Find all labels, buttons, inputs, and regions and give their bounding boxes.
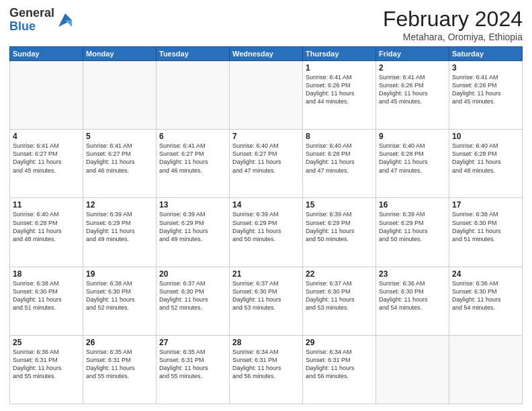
month-title: February 2024 [383, 7, 523, 32]
day-number: 25 [13, 338, 80, 347]
day-number: 5 [86, 132, 153, 141]
day-info: Sunrise: 6:41 AMSunset: 6:27 PMDaylight:… [86, 142, 153, 175]
day-number: 12 [86, 200, 153, 210]
logo-blue: Blue [9, 20, 54, 34]
table-row: 2Sunrise: 6:41 AMSunset: 6:26 PMDaylight… [376, 61, 449, 130]
table-row: 23Sunrise: 6:36 AMSunset: 6:30 PMDayligh… [376, 267, 449, 335]
col-thursday: Thursday [303, 47, 376, 61]
table-row [10, 61, 83, 130]
header: General Blue February 2024 Metahara, Oro… [9, 7, 523, 42]
day-info: Sunrise: 6:40 AMSunset: 6:28 PMDaylight:… [13, 210, 80, 243]
table-row: 26Sunrise: 6:35 AMSunset: 6:31 PMDayligh… [83, 335, 157, 404]
day-number: 23 [379, 269, 446, 279]
day-number: 17 [452, 200, 519, 210]
day-number: 16 [379, 200, 446, 210]
table-row: 18Sunrise: 6:38 AMSunset: 6:30 PMDayligh… [10, 267, 83, 335]
title-section: February 2024 Metahara, Oromiya, Ethiopi… [383, 7, 523, 42]
day-info: Sunrise: 6:36 AMSunset: 6:30 PMDaylight:… [379, 279, 446, 312]
day-number: 28 [232, 338, 300, 347]
day-info: Sunrise: 6:34 AMSunset: 6:31 PMDaylight:… [306, 348, 373, 381]
day-info: Sunrise: 6:34 AMSunset: 6:31 PMDaylight:… [232, 348, 300, 381]
table-row: 10Sunrise: 6:40 AMSunset: 6:28 PMDayligh… [449, 130, 523, 198]
table-row: 6Sunrise: 6:41 AMSunset: 6:27 PMDaylight… [157, 130, 230, 198]
day-info: Sunrise: 6:41 AMSunset: 6:26 PMDaylight:… [306, 73, 373, 106]
day-info: Sunrise: 6:35 AMSunset: 6:31 PMDaylight:… [86, 348, 153, 381]
table-row: 5Sunrise: 6:41 AMSunset: 6:27 PMDaylight… [83, 130, 157, 198]
day-info: Sunrise: 6:39 AMSunset: 6:29 PMDaylight:… [379, 210, 446, 243]
day-info: Sunrise: 6:39 AMSunset: 6:29 PMDaylight:… [306, 210, 373, 243]
day-info: Sunrise: 6:41 AMSunset: 6:27 PMDaylight:… [13, 142, 80, 175]
table-row: 28Sunrise: 6:34 AMSunset: 6:31 PMDayligh… [230, 335, 303, 404]
day-number: 9 [379, 132, 446, 141]
day-info: Sunrise: 6:39 AMSunset: 6:29 PMDaylight:… [159, 210, 226, 243]
table-row: 20Sunrise: 6:37 AMSunset: 6:30 PMDayligh… [157, 267, 230, 335]
svg-marker-1 [65, 20, 72, 27]
day-info: Sunrise: 6:41 AMSunset: 6:26 PMDaylight:… [452, 73, 519, 106]
table-row: 15Sunrise: 6:39 AMSunset: 6:29 PMDayligh… [303, 198, 376, 267]
col-monday: Monday [83, 47, 157, 61]
table-row [376, 335, 449, 404]
table-row: 16Sunrise: 6:39 AMSunset: 6:29 PMDayligh… [376, 198, 449, 267]
logo-general: General [9, 7, 54, 20]
table-row: 11Sunrise: 6:40 AMSunset: 6:28 PMDayligh… [10, 198, 83, 267]
day-number: 14 [232, 200, 300, 210]
table-row: 12Sunrise: 6:39 AMSunset: 6:29 PMDayligh… [83, 198, 157, 267]
day-number: 29 [306, 338, 373, 347]
table-row: 8Sunrise: 6:40 AMSunset: 6:28 PMDaylight… [303, 130, 376, 198]
day-info: Sunrise: 6:40 AMSunset: 6:28 PMDaylight:… [306, 142, 373, 175]
day-number: 20 [159, 269, 226, 279]
table-row: 21Sunrise: 6:37 AMSunset: 6:30 PMDayligh… [230, 267, 303, 335]
day-info: Sunrise: 6:40 AMSunset: 6:28 PMDaylight:… [379, 142, 446, 175]
logo-icon [56, 11, 75, 30]
table-row: 3Sunrise: 6:41 AMSunset: 6:26 PMDaylight… [449, 61, 523, 130]
table-row: 4Sunrise: 6:41 AMSunset: 6:27 PMDaylight… [10, 130, 83, 198]
day-info: Sunrise: 6:37 AMSunset: 6:30 PMDaylight:… [159, 279, 226, 312]
table-row: 24Sunrise: 6:36 AMSunset: 6:30 PMDayligh… [449, 267, 523, 335]
table-row: 14Sunrise: 6:39 AMSunset: 6:29 PMDayligh… [230, 198, 303, 267]
page: General Blue February 2024 Metahara, Oro… [0, 0, 532, 411]
table-row: 13Sunrise: 6:39 AMSunset: 6:29 PMDayligh… [157, 198, 230, 267]
col-wednesday: Wednesday [230, 47, 303, 61]
table-row [449, 335, 523, 404]
table-row: 1Sunrise: 6:41 AMSunset: 6:26 PMDaylight… [303, 61, 376, 130]
day-number: 1 [306, 63, 373, 73]
day-info: Sunrise: 6:37 AMSunset: 6:30 PMDaylight:… [306, 279, 373, 312]
day-number: 8 [306, 132, 373, 141]
day-info: Sunrise: 6:35 AMSunset: 6:31 PMDaylight:… [159, 348, 226, 381]
table-row: 7Sunrise: 6:40 AMSunset: 6:27 PMDaylight… [230, 130, 303, 198]
week-row-1: 4Sunrise: 6:41 AMSunset: 6:27 PMDaylight… [10, 130, 523, 198]
table-row: 17Sunrise: 6:38 AMSunset: 6:30 PMDayligh… [449, 198, 523, 267]
table-row [157, 61, 230, 130]
day-info: Sunrise: 6:41 AMSunset: 6:26 PMDaylight:… [379, 73, 446, 106]
day-number: 10 [452, 132, 519, 141]
day-info: Sunrise: 6:40 AMSunset: 6:27 PMDaylight:… [232, 142, 300, 175]
day-info: Sunrise: 6:41 AMSunset: 6:27 PMDaylight:… [159, 142, 226, 175]
subtitle: Metahara, Oromiya, Ethiopia [383, 32, 523, 42]
table-row [230, 61, 303, 130]
logo-text: General Blue [9, 7, 54, 34]
day-info: Sunrise: 6:38 AMSunset: 6:30 PMDaylight:… [13, 279, 80, 312]
day-info: Sunrise: 6:36 AMSunset: 6:30 PMDaylight:… [452, 279, 519, 312]
logo: General Blue [9, 7, 75, 34]
table-row [83, 61, 157, 130]
day-number: 4 [13, 132, 80, 141]
day-number: 2 [379, 63, 446, 73]
table-row: 19Sunrise: 6:38 AMSunset: 6:30 PMDayligh… [83, 267, 157, 335]
day-number: 7 [232, 132, 300, 141]
day-info: Sunrise: 6:39 AMSunset: 6:29 PMDaylight:… [232, 210, 300, 243]
day-info: Sunrise: 6:36 AMSunset: 6:31 PMDaylight:… [13, 348, 80, 381]
table-row: 9Sunrise: 6:40 AMSunset: 6:28 PMDaylight… [376, 130, 449, 198]
day-number: 11 [13, 200, 80, 210]
day-info: Sunrise: 6:40 AMSunset: 6:28 PMDaylight:… [452, 142, 519, 175]
table-row: 27Sunrise: 6:35 AMSunset: 6:31 PMDayligh… [157, 335, 230, 404]
col-saturday: Saturday [449, 47, 523, 61]
day-number: 13 [159, 200, 226, 210]
table-row: 29Sunrise: 6:34 AMSunset: 6:31 PMDayligh… [303, 335, 376, 404]
calendar-table: Sunday Monday Tuesday Wednesday Thursday… [9, 46, 523, 404]
col-friday: Friday [376, 47, 449, 61]
col-sunday: Sunday [10, 47, 83, 61]
day-number: 18 [13, 269, 80, 279]
day-number: 15 [306, 200, 373, 210]
day-number: 27 [159, 338, 226, 347]
day-info: Sunrise: 6:38 AMSunset: 6:30 PMDaylight:… [86, 279, 153, 312]
